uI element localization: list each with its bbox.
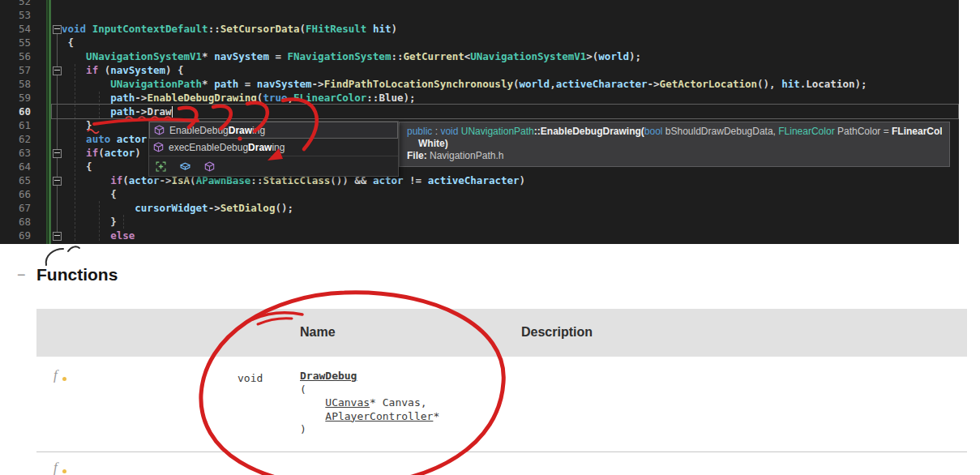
line-number[interactable]: 61 — [0, 118, 31, 132]
function-signature: EnableDebugDrawing — [300, 465, 452, 475]
code-line[interactable]: auto actor — [62, 132, 147, 146]
code-token: path — [214, 78, 238, 90]
code-token: = — [269, 50, 288, 62]
line-number[interactable]: 59 — [0, 91, 31, 105]
line-number[interactable]: 58 — [0, 77, 31, 91]
code-line[interactable]: } — [62, 118, 92, 132]
type-link[interactable]: UCanvas — [325, 396, 370, 409]
code-line[interactable]: UNavigationPath* path = navSystem->FindP… — [62, 77, 867, 91]
code-token: actor — [117, 133, 148, 145]
code-line[interactable]: cursorWidget->SetDialog(); — [62, 201, 293, 215]
function-icon — [53, 367, 70, 385]
code-token: ) — [520, 174, 526, 186]
code-token: GetActorLocation — [660, 78, 757, 90]
code-token: cursorWidget — [135, 202, 208, 214]
code-token — [62, 174, 110, 186]
code-token — [62, 147, 86, 159]
code-line[interactable]: UNavigationSystemV1* navSystem = FNaviga… — [62, 49, 641, 63]
code-token: -> — [135, 105, 147, 118]
code-token: UNavigationSystemV1 — [86, 50, 202, 62]
line-number[interactable]: 67 — [0, 201, 31, 215]
line-number[interactable]: 57 — [0, 63, 31, 77]
code-token: { — [62, 160, 92, 173]
code-token: InputContextDefault — [92, 23, 208, 35]
line-number[interactable]: 62 — [0, 132, 31, 146]
code-token: EnableDebugDrawing — [147, 92, 256, 104]
line-number[interactable]: 64 — [0, 160, 31, 173]
label-prefix: EnableDebug — [169, 125, 229, 136]
code-token — [62, 202, 135, 214]
code-token: world — [519, 78, 550, 90]
code-line[interactable]: if (navSystem) { — [62, 63, 184, 77]
code-token — [62, 105, 110, 118]
signature-line: ( — [300, 383, 439, 397]
code-token: FNavigationSystem — [287, 50, 391, 62]
autocomplete-item-label: execEnableDebugDrawing — [169, 142, 285, 153]
code-token: } — [62, 216, 117, 228]
tooltip-token: White) — [418, 138, 448, 149]
code-line[interactable]: path->Draw — [62, 105, 172, 118]
fold-collapse-icon[interactable] — [53, 149, 62, 158]
section-collapse-icon[interactable]: − — [17, 267, 26, 284]
code-line[interactable]: { — [62, 187, 117, 201]
label-suffix: ing — [272, 142, 285, 153]
fold-collapse-icon[interactable] — [53, 66, 62, 75]
code-token: * — [202, 78, 214, 90]
tooltip-token: FLinearColor:: — [892, 126, 942, 137]
code-line[interactable]: { — [62, 160, 92, 173]
signature-line: UCanvas* Canvas, — [300, 396, 439, 410]
line-number[interactable]: 68 — [0, 215, 31, 229]
code-line[interactable]: } — [62, 215, 117, 229]
fold-collapse-icon[interactable] — [53, 25, 62, 34]
code-token: activeCharacter — [556, 78, 648, 90]
function-link[interactable]: DrawDebug — [300, 370, 357, 382]
code-token: path — [110, 92, 135, 104]
line-number[interactable]: 53 — [0, 8, 31, 22]
table-header: Name Description — [36, 309, 967, 357]
line-number[interactable]: 54 — [0, 22, 31, 36]
row-divider — [36, 451, 967, 452]
tooltip-token: File: — [407, 150, 430, 161]
code-token: ); — [404, 92, 416, 104]
line-number[interactable]: 55 — [0, 36, 31, 49]
line-number[interactable]: 52 — [0, 0, 31, 8]
code-line[interactable]: else — [62, 229, 135, 242]
fold-collapse-icon[interactable] — [53, 177, 62, 186]
code-token: ) — [135, 147, 141, 159]
change-tracking-bar — [46, 0, 51, 244]
autocomplete-filter-bar — [149, 156, 398, 176]
code-token: navSystem — [214, 50, 269, 62]
code-token — [62, 92, 110, 104]
line-number[interactable]: 60 — [0, 105, 31, 118]
line-number[interactable]: 66 — [0, 187, 31, 201]
type-link[interactable]: APlayerController — [325, 410, 433, 422]
indent-guide — [123, 215, 124, 229]
code-line[interactable]: if(actor) — [62, 146, 141, 160]
class-filter-icon[interactable] — [204, 161, 215, 172]
tooltip-token: PathColor = — [835, 126, 892, 137]
autocomplete-item[interactable]: EnableDebugDrawing — [149, 122, 398, 139]
code-token: :: — [366, 92, 379, 104]
code-line[interactable]: path->EnableDebugDrawing(true,FLinearCol… — [62, 91, 416, 105]
signature-line: ) — [300, 423, 439, 437]
code-token: navSystem — [257, 78, 312, 90]
code-token: ( — [122, 174, 129, 186]
function-icon — [53, 460, 70, 475]
code-token: hit — [373, 23, 392, 35]
struct-filter-icon[interactable] — [180, 161, 190, 172]
code-token: (), — [757, 78, 781, 90]
autocomplete-popup[interactable]: EnableDebugDrawingexecEnableDebugDrawing — [148, 121, 399, 177]
snippet-filter-icon[interactable] — [156, 161, 166, 172]
code-line[interactable]: { — [62, 36, 74, 49]
code-token: SetCursorData — [220, 23, 300, 35]
code-line[interactable]: void InputContextDefault::SetCursorData(… — [62, 22, 397, 36]
line-number[interactable]: 56 — [0, 49, 31, 63]
code-token: world — [598, 50, 629, 62]
code-token: if — [86, 64, 98, 76]
line-number[interactable]: 63 — [0, 146, 31, 160]
line-number[interactable]: 69 — [0, 229, 31, 242]
label-prefix: execEnableDebug — [169, 142, 248, 153]
line-number[interactable]: 65 — [0, 173, 31, 187]
autocomplete-item[interactable]: execEnableDebugDrawing — [149, 139, 398, 156]
fold-collapse-icon[interactable] — [53, 232, 62, 241]
